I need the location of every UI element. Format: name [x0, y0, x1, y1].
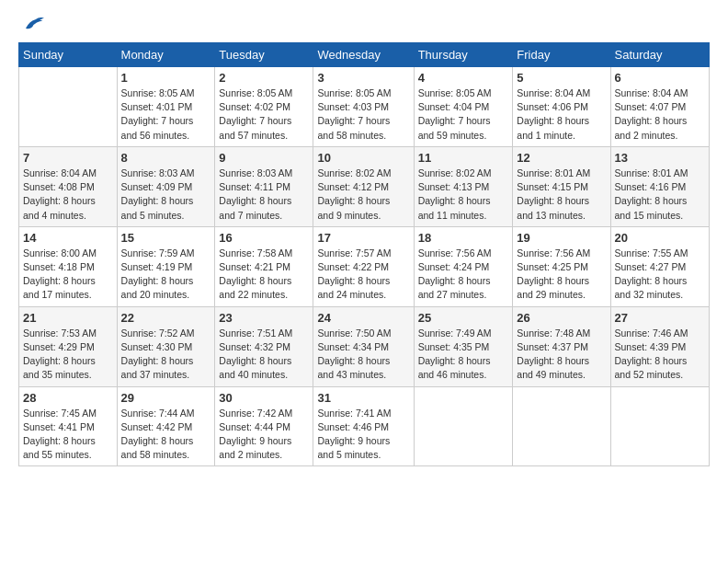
page: SundayMondayTuesdayWednesdayThursdayFrid… [0, 0, 728, 476]
day-info: Sunrise: 7:52 AMSunset: 4:30 PMDaylight:… [121, 327, 211, 383]
calendar-cell: 1Sunrise: 8:05 AMSunset: 4:01 PMDaylight… [117, 67, 215, 147]
day-number: 28 [23, 391, 113, 405]
calendar-cell: 6Sunrise: 8:04 AMSunset: 4:07 PMDaylight… [610, 67, 709, 147]
day-number: 6 [615, 71, 705, 85]
day-info: Sunrise: 7:44 AMSunset: 4:42 PMDaylight:… [121, 407, 211, 463]
day-number: 15 [121, 231, 211, 245]
day-number: 18 [418, 231, 509, 245]
day-number: 9 [219, 151, 309, 165]
logo [18, 15, 46, 33]
calendar-cell: 2Sunrise: 8:05 AMSunset: 4:02 PMDaylight… [215, 67, 313, 147]
week-row-4: 21Sunrise: 7:53 AMSunset: 4:29 PMDayligh… [19, 306, 710, 386]
calendar-cell: 31Sunrise: 7:41 AMSunset: 4:46 PMDayligh… [313, 386, 414, 466]
day-info: Sunrise: 8:05 AMSunset: 4:02 PMDaylight:… [219, 86, 309, 143]
day-info: Sunrise: 8:05 AMSunset: 4:03 PMDaylight:… [317, 86, 409, 143]
calendar-cell: 18Sunrise: 7:56 AMSunset: 4:24 PMDayligh… [414, 226, 513, 306]
day-info: Sunrise: 7:58 AMSunset: 4:21 PMDaylight:… [219, 247, 309, 303]
calendar-cell: 29Sunrise: 7:44 AMSunset: 4:42 PMDayligh… [117, 386, 215, 466]
day-number: 16 [219, 231, 309, 245]
calendar-cell: 22Sunrise: 7:52 AMSunset: 4:30 PMDayligh… [117, 306, 215, 386]
day-info: Sunrise: 8:04 AMSunset: 4:07 PMDaylight:… [615, 86, 705, 143]
day-info: Sunrise: 7:42 AMSunset: 4:44 PMDaylight:… [219, 407, 309, 463]
calendar-cell: 4Sunrise: 8:05 AMSunset: 4:04 PMDaylight… [414, 67, 513, 147]
calendar-table: SundayMondayTuesdayWednesdayThursdayFrid… [18, 42, 710, 466]
day-number: 31 [317, 391, 409, 405]
calendar-cell: 23Sunrise: 7:51 AMSunset: 4:32 PMDayligh… [215, 306, 313, 386]
day-number: 5 [517, 71, 606, 85]
calendar-cell: 8Sunrise: 8:03 AMSunset: 4:09 PMDaylight… [117, 146, 215, 226]
weekday-header-thursday: Thursday [414, 43, 513, 67]
calendar-cell: 5Sunrise: 8:04 AMSunset: 4:06 PMDaylight… [513, 67, 610, 147]
day-number: 21 [23, 311, 113, 325]
calendar-cell: 13Sunrise: 8:01 AMSunset: 4:16 PMDayligh… [610, 146, 709, 226]
calendar-cell: 26Sunrise: 7:48 AMSunset: 4:37 PMDayligh… [513, 306, 610, 386]
weekday-header-saturday: Saturday [610, 43, 709, 67]
weekday-header-monday: Monday [117, 43, 215, 67]
day-number: 20 [615, 231, 705, 245]
day-info: Sunrise: 8:01 AMSunset: 4:16 PMDaylight:… [615, 167, 705, 223]
day-info: Sunrise: 7:45 AMSunset: 4:41 PMDaylight:… [23, 407, 113, 463]
calendar-cell: 16Sunrise: 7:58 AMSunset: 4:21 PMDayligh… [215, 226, 313, 306]
day-number: 2 [219, 71, 309, 85]
day-info: Sunrise: 8:05 AMSunset: 4:04 PMDaylight:… [418, 86, 509, 143]
day-info: Sunrise: 7:41 AMSunset: 4:46 PMDaylight:… [317, 407, 409, 463]
calendar-cell [610, 386, 709, 466]
logo-bird-icon [22, 15, 44, 33]
calendar-cell: 15Sunrise: 7:59 AMSunset: 4:19 PMDayligh… [117, 226, 215, 306]
day-info: Sunrise: 7:50 AMSunset: 4:34 PMDaylight:… [317, 327, 409, 383]
week-row-1: 1Sunrise: 8:05 AMSunset: 4:01 PMDaylight… [19, 67, 710, 147]
day-number: 27 [615, 311, 705, 325]
day-info: Sunrise: 7:51 AMSunset: 4:32 PMDaylight:… [219, 327, 309, 383]
day-info: Sunrise: 8:03 AMSunset: 4:09 PMDaylight:… [121, 167, 211, 223]
day-number: 7 [23, 151, 113, 165]
day-info: Sunrise: 7:53 AMSunset: 4:29 PMDaylight:… [23, 327, 113, 383]
day-number: 4 [418, 71, 509, 85]
day-number: 25 [418, 311, 509, 325]
day-number: 23 [219, 311, 309, 325]
calendar-cell [414, 386, 513, 466]
header [18, 15, 710, 33]
day-info: Sunrise: 7:56 AMSunset: 4:25 PMDaylight:… [517, 247, 606, 303]
day-number: 29 [121, 391, 211, 405]
day-number: 3 [317, 71, 409, 85]
calendar-cell: 10Sunrise: 8:02 AMSunset: 4:12 PMDayligh… [313, 146, 414, 226]
calendar-cell: 17Sunrise: 7:57 AMSunset: 4:22 PMDayligh… [313, 226, 414, 306]
calendar-cell: 7Sunrise: 8:04 AMSunset: 4:08 PMDaylight… [19, 146, 118, 226]
week-row-2: 7Sunrise: 8:04 AMSunset: 4:08 PMDaylight… [19, 146, 710, 226]
day-info: Sunrise: 8:01 AMSunset: 4:15 PMDaylight:… [517, 167, 606, 223]
calendar-cell: 14Sunrise: 8:00 AMSunset: 4:18 PMDayligh… [19, 226, 118, 306]
calendar-cell: 25Sunrise: 7:49 AMSunset: 4:35 PMDayligh… [414, 306, 513, 386]
weekday-header-sunday: Sunday [19, 43, 118, 67]
calendar-cell: 24Sunrise: 7:50 AMSunset: 4:34 PMDayligh… [313, 306, 414, 386]
calendar-cell: 27Sunrise: 7:46 AMSunset: 4:39 PMDayligh… [610, 306, 709, 386]
day-number: 1 [121, 71, 211, 85]
day-number: 13 [615, 151, 705, 165]
calendar-cell: 20Sunrise: 7:55 AMSunset: 4:27 PMDayligh… [610, 226, 709, 306]
day-info: Sunrise: 7:49 AMSunset: 4:35 PMDaylight:… [418, 327, 509, 383]
day-number: 8 [121, 151, 211, 165]
calendar-cell: 21Sunrise: 7:53 AMSunset: 4:29 PMDayligh… [19, 306, 118, 386]
day-info: Sunrise: 7:46 AMSunset: 4:39 PMDaylight:… [615, 327, 705, 383]
day-number: 19 [517, 231, 606, 245]
week-row-5: 28Sunrise: 7:45 AMSunset: 4:41 PMDayligh… [19, 386, 710, 466]
calendar-cell [19, 67, 118, 147]
weekday-header-tuesday: Tuesday [215, 43, 313, 67]
day-info: Sunrise: 8:04 AMSunset: 4:06 PMDaylight:… [517, 86, 606, 143]
calendar-cell: 28Sunrise: 7:45 AMSunset: 4:41 PMDayligh… [19, 386, 118, 466]
day-number: 22 [121, 311, 211, 325]
calendar-cell: 12Sunrise: 8:01 AMSunset: 4:15 PMDayligh… [513, 146, 610, 226]
calendar-cell [513, 386, 610, 466]
weekday-header-wednesday: Wednesday [313, 43, 414, 67]
weekday-header-row: SundayMondayTuesdayWednesdayThursdayFrid… [19, 43, 710, 67]
day-info: Sunrise: 7:55 AMSunset: 4:27 PMDaylight:… [615, 247, 705, 303]
calendar-cell: 19Sunrise: 7:56 AMSunset: 4:25 PMDayligh… [513, 226, 610, 306]
week-row-3: 14Sunrise: 8:00 AMSunset: 4:18 PMDayligh… [19, 226, 710, 306]
day-info: Sunrise: 8:03 AMSunset: 4:11 PMDaylight:… [219, 167, 309, 223]
day-info: Sunrise: 8:00 AMSunset: 4:18 PMDaylight:… [23, 247, 113, 303]
day-info: Sunrise: 8:04 AMSunset: 4:08 PMDaylight:… [23, 167, 113, 223]
day-number: 26 [517, 311, 606, 325]
day-number: 11 [418, 151, 509, 165]
day-info: Sunrise: 8:02 AMSunset: 4:12 PMDaylight:… [317, 167, 409, 223]
day-number: 10 [317, 151, 409, 165]
calendar-cell: 11Sunrise: 8:02 AMSunset: 4:13 PMDayligh… [414, 146, 513, 226]
